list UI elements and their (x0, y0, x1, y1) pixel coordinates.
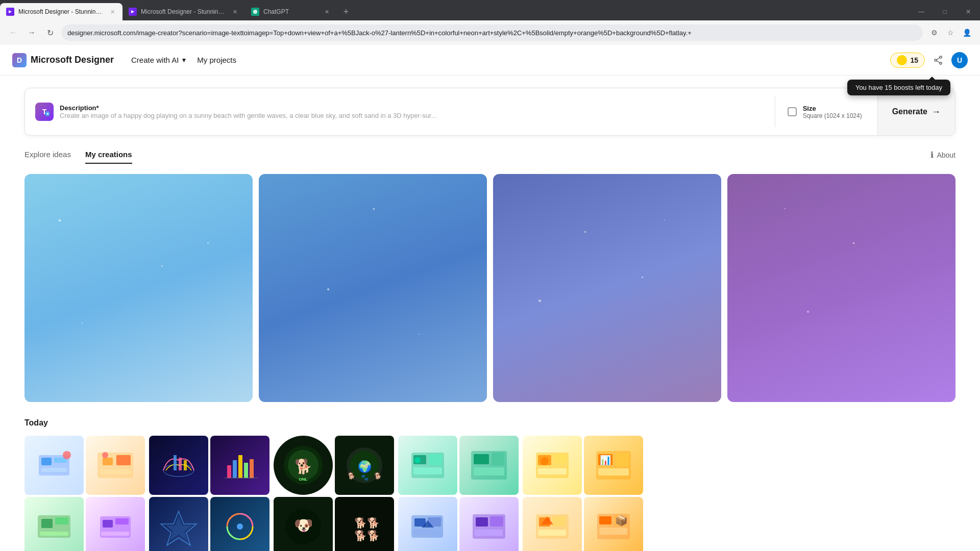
svg-point-41 (237, 523, 243, 530)
tab-2[interactable]: Microsoft Designer - Stunning... ✕ (122, 3, 245, 20)
today-thumb-6[interactable] (210, 436, 270, 495)
today-thumb-4[interactable] (86, 497, 145, 551)
svg-rect-85 (598, 468, 629, 475)
svg-rect-61 (429, 454, 442, 465)
svg-rect-84 (616, 453, 629, 466)
today-thumb-dog-2[interactable]: 🌍 🐕 🐾 🐕 (335, 436, 394, 495)
tab-bar: Microsoft Designer - Stunning... ✕ Micro… (0, 0, 980, 20)
today-thumb-tech-4[interactable] (459, 497, 519, 551)
svg-text:🐕: 🐕 (367, 530, 380, 542)
svg-rect-13 (41, 458, 52, 465)
loading-card-4[interactable] (727, 174, 955, 402)
svg-point-21 (102, 452, 108, 458)
today-group-5: 📊 (523, 436, 643, 551)
svg-rect-23 (41, 519, 53, 528)
tabs-row: Explore ideas My creations ℹ About (24, 146, 955, 164)
svg-point-63 (414, 457, 421, 463)
toolbar-icons: ⚙ ☆ 👤 (927, 26, 974, 40)
svg-text:✦: ✦ (46, 112, 50, 116)
description-input-area[interactable]: T ✦ Description* Create an image of a ha… (25, 94, 775, 129)
back-button[interactable]: ← (6, 26, 20, 40)
tab-close-2[interactable]: ✕ (231, 8, 239, 16)
size-info: Size Square (1024 x 1024) (803, 105, 862, 119)
user-avatar[interactable]: U (951, 52, 968, 68)
loading-card-3[interactable] (493, 174, 721, 402)
today-thumb-yellow-1[interactable] (523, 436, 582, 495)
svg-text:🐕: 🐕 (354, 530, 367, 542)
bookmark-icon[interactable]: ☆ (943, 26, 958, 40)
today-thumb-1[interactable] (24, 436, 84, 495)
today-thumb-tech-2[interactable] (459, 436, 519, 495)
tab-close-1[interactable]: ✕ (108, 8, 116, 16)
tab-3[interactable]: ChatGPT ✕ (245, 3, 337, 20)
svg-point-6 (935, 59, 937, 61)
maximize-button[interactable]: □ (933, 3, 957, 20)
svg-rect-89 (552, 516, 566, 527)
today-thumb-7[interactable] (149, 497, 208, 551)
svg-rect-93 (599, 516, 611, 524)
tab-title-2: Microsoft Designer - Stunning... (141, 8, 227, 15)
boost-badge[interactable]: ⚡ 15 (890, 53, 925, 68)
today-thumb-5[interactable] (149, 436, 208, 495)
loading-card-2[interactable] (259, 174, 487, 402)
tab-close-3[interactable]: ✕ (323, 8, 331, 16)
minimize-button[interactable]: — (910, 3, 933, 20)
svg-text:🐕: 🐕 (374, 472, 382, 480)
today-thumb-tech-1[interactable] (398, 436, 457, 495)
svg-rect-19 (116, 455, 131, 465)
today-thumb-2[interactable] (86, 436, 145, 495)
share-icon[interactable] (929, 51, 947, 69)
svg-text:D: D (17, 56, 22, 64)
refresh-button[interactable]: ↻ (43, 26, 57, 40)
description-bar: T ✦ Description* Create an image of a ha… (24, 88, 955, 136)
svg-text:🐕: 🐕 (348, 472, 355, 480)
extensions-icon[interactable]: ⚙ (927, 26, 941, 40)
svg-rect-76 (475, 530, 503, 536)
today-group-2 (149, 436, 270, 551)
svg-point-1 (253, 10, 257, 14)
today-thumb-tech-3[interactable] (398, 497, 457, 551)
svg-rect-65 (474, 454, 489, 464)
svg-line-7 (937, 58, 940, 60)
description-text-area: Description* Create an image of a happy … (60, 104, 436, 119)
today-thumb-yellow-3[interactable] (523, 497, 582, 551)
today-thumb-dog-4[interactable]: 🐕 🐕 🐕 🐕 (335, 497, 394, 551)
new-tab-button[interactable]: + (339, 5, 353, 19)
svg-rect-71 (413, 530, 442, 535)
svg-rect-95 (599, 528, 627, 535)
size-checkbox[interactable] (788, 107, 797, 116)
svg-rect-66 (492, 453, 504, 465)
today-group-3: 🐕 ONL 🌍 🐕 🐾 🐕 (274, 436, 394, 551)
loading-cards-grid (24, 174, 955, 402)
today-thumb-3[interactable] (24, 497, 84, 551)
explore-ideas-tab[interactable]: Explore ideas (24, 146, 71, 164)
svg-rect-36 (238, 455, 242, 478)
svg-rect-35 (233, 460, 237, 478)
svg-text:ONL: ONL (299, 477, 308, 482)
svg-rect-34 (227, 465, 231, 478)
app-header: D Microsoft Designer Create with AI ▼ My… (0, 45, 980, 76)
forward-button[interactable]: → (24, 26, 39, 40)
svg-rect-24 (55, 517, 68, 524)
loading-card-1[interactable] (24, 174, 253, 402)
today-thumb-dog-1[interactable]: 🐕 ONL (274, 436, 333, 495)
my-projects-nav[interactable]: My projects (192, 53, 241, 67)
svg-point-16 (63, 451, 71, 459)
today-thumb-yellow-2[interactable]: 📊 (584, 436, 643, 495)
svg-rect-74 (476, 517, 488, 527)
size-value: Square (1024 x 1024) (803, 112, 862, 119)
tab-1[interactable]: Microsoft Designer - Stunning... ✕ (0, 3, 122, 20)
close-button[interactable]: ✕ (957, 3, 980, 20)
profile-icon[interactable]: 👤 (960, 26, 974, 40)
today-group-4 (398, 436, 519, 551)
svg-text:🐾: 🐾 (361, 473, 369, 481)
about-button[interactable]: ℹ About (930, 150, 955, 160)
svg-text:📊: 📊 (600, 455, 611, 466)
create-with-ai-nav[interactable]: Create with AI ▼ (126, 53, 192, 67)
svg-rect-38 (250, 459, 254, 478)
today-thumb-dog-3[interactable]: 🐶 (274, 497, 333, 551)
my-creations-tab[interactable]: My creations (85, 146, 132, 164)
today-thumb-yellow-4[interactable]: 📦 (584, 497, 643, 551)
today-thumb-8[interactable] (210, 497, 270, 551)
address-input[interactable]: designer.microsoft.com/image-creator?sce… (61, 24, 923, 41)
